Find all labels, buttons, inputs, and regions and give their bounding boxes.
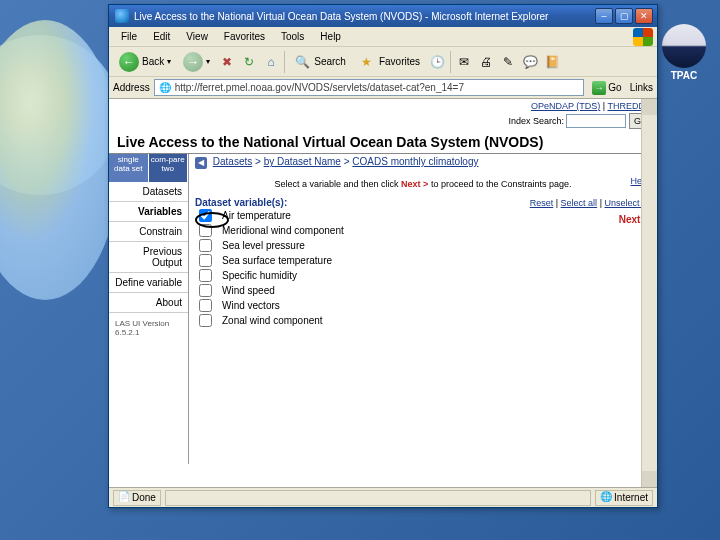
history-button[interactable]: 🕒 [428,53,446,71]
variable-row: Meridional wind component [195,223,651,238]
nav-variables[interactable]: Variables [109,202,188,222]
breadcrumb: ◀ Datasets > by Dataset Name > COADS mon… [189,154,657,171]
search-input[interactable] [566,114,626,128]
variables-title: Dataset variable(s): [195,197,287,208]
status-done: Done [132,492,156,503]
opendap-link[interactable]: OPeNDAP (TDS) [531,101,600,111]
variable-label: Specific humidity [222,270,297,281]
edit-button[interactable]: ✎ [499,53,517,71]
variable-row: Wind speed [195,283,651,298]
variable-checkbox[interactable] [199,299,212,312]
print-button[interactable]: 🖨 [477,53,495,71]
refresh-button[interactable]: ↻ [240,53,258,71]
breadcrumb-coads[interactable]: COADS monthly climatology [352,156,478,167]
variable-label: Meridional wind component [222,225,344,236]
variable-checkbox[interactable] [199,269,212,282]
address-input[interactable]: 🌐 http://ferret.pmel.noaa.gov/NVODS/serv… [154,79,585,96]
page-title: Live Access to the National Virtual Ocea… [109,131,657,154]
nav-datasets[interactable]: Datasets [109,182,188,202]
scrollbar[interactable] [641,99,657,487]
close-button[interactable]: ✕ [635,8,653,24]
variable-checkbox[interactable] [199,314,212,327]
forward-button[interactable]: → ▾ [179,50,214,74]
nav-define-variable[interactable]: Define variable [109,273,188,293]
back-arrow-icon: ← [119,52,139,72]
search-icon: 🔍 [293,53,311,71]
windows-logo-icon [633,28,653,46]
top-links: OPeNDAP (TDS) | THREDDS [109,99,657,113]
forward-arrow-icon: → [183,52,203,72]
browser-window: Live Access to the National Virtual Ocea… [108,4,658,508]
variable-row: Specific humidity [195,268,651,283]
menu-tools[interactable]: Tools [273,31,312,42]
tab-compare-two[interactable]: com-pare two [149,154,189,182]
variable-checkbox[interactable] [199,239,212,252]
variable-row: Sea surface temperature [195,253,651,268]
las-version: LAS UI Version 6.5.2.1 [109,313,188,343]
menu-bar: File Edit View Favorites Tools Help [109,27,657,47]
variable-checkbox[interactable] [199,224,212,237]
window-title: Live Access to the National Virtual Ocea… [134,11,595,22]
links-label[interactable]: Links [630,82,653,93]
reset-link[interactable]: Reset [530,198,554,208]
status-zone: Internet [614,492,648,503]
breadcrumb-datasets[interactable]: Datasets [213,156,252,167]
breadcrumb-by-name[interactable]: by Dataset Name [264,156,341,167]
variable-checkbox[interactable] [199,209,212,222]
variable-label: Wind vectors [222,300,280,311]
tpac-logo: TPAC [660,24,708,78]
status-bar: 📄 Done 🌐 Internet [109,487,657,507]
maximize-button[interactable]: ▢ [615,8,633,24]
menu-view[interactable]: View [178,31,216,42]
variable-checkbox[interactable] [199,284,212,297]
variables-header: Dataset variable(s): Reset | Select all … [195,197,651,208]
variable-label: Zonal wind component [222,315,323,326]
search-label: Index Search: [508,116,564,126]
index-search: Index Search: [109,113,657,131]
research-button[interactable]: 📔 [543,53,561,71]
menu-favorites[interactable]: Favorites [216,31,273,42]
go-button[interactable]: → Go [588,80,625,96]
search-button[interactable]: 🔍 Search [289,51,350,73]
home-button[interactable]: ⌂ [262,53,280,71]
tab-single-dataset[interactable]: single data set [109,154,149,182]
go-arrow-icon: → [592,81,606,95]
select-all-link[interactable]: Select all [561,198,598,208]
address-label: Address [113,82,150,93]
breadcrumb-arrow-icon: ◀ [195,157,207,169]
right-pane: ◀ Datasets > by Dataset Name > COADS mon… [189,154,657,464]
stop-button[interactable]: ✖ [218,53,236,71]
nav-about[interactable]: About [109,293,188,313]
done-icon: 📄 [118,491,132,505]
variable-label: Wind speed [222,285,275,296]
variable-row: Sea level pressure [195,238,651,253]
variable-label: Sea level pressure [222,240,305,251]
discuss-button[interactable]: 💬 [521,53,539,71]
variable-checkbox[interactable] [199,254,212,267]
menu-edit[interactable]: Edit [145,31,178,42]
star-icon: ★ [358,53,376,71]
page-content: OPeNDAP (TDS) | THREDDS Index Search: Li… [109,99,657,487]
nav-previous-output[interactable]: Previous Output [109,242,188,273]
nav-constrain[interactable]: Constrain [109,222,188,242]
instruction-text: Select a variable and then click Next > … [189,171,657,193]
title-bar: Live Access to the National Virtual Ocea… [109,5,657,27]
variable-label: Air temperature [222,210,291,221]
minimize-button[interactable]: – [595,8,613,24]
menu-file[interactable]: File [113,31,145,42]
variable-row: Air temperature [195,208,651,223]
left-nav: single data set com-pare two Datasets Va… [109,154,189,464]
variable-list: Air temperatureMeridional wind component… [195,208,651,328]
ie-icon [115,9,129,23]
variable-row: Zonal wind component [195,313,651,328]
variable-label: Sea surface temperature [222,255,332,266]
mail-button[interactable]: ✉ [455,53,473,71]
back-button[interactable]: ← Back ▾ [115,50,175,74]
menu-help[interactable]: Help [312,31,349,42]
variable-row: Wind vectors [195,298,651,313]
address-bar: Address 🌐 http://ferret.pmel.noaa.gov/NV… [109,77,657,99]
globe-icon: 🌐 [600,491,614,505]
page-icon: 🌐 [159,82,171,93]
favorites-button[interactable]: ★ Favorites [354,51,424,73]
toolbar: ← Back ▾ → ▾ ✖ ↻ ⌂ 🔍 Search ★ Favorites … [109,47,657,77]
